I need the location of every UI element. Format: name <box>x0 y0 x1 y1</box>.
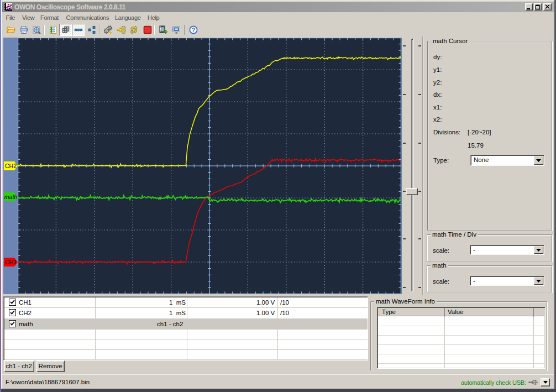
svg-text:?: ? <box>191 27 195 33</box>
